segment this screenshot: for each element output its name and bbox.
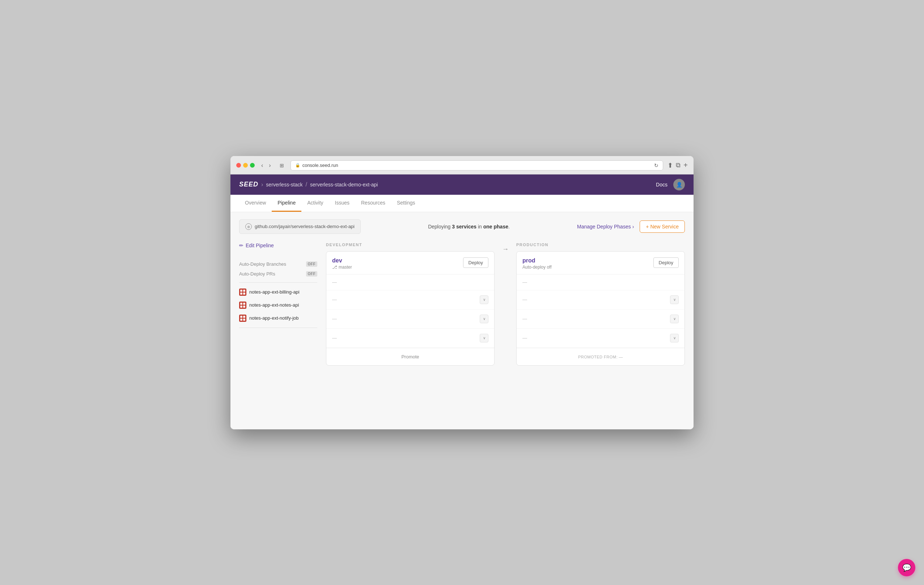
forward-button[interactable]: › xyxy=(267,162,273,169)
service-notes-label: notes-app-ext-notes-api xyxy=(249,302,299,308)
deploy-info: Deploying 3 services in one phase. xyxy=(366,224,571,230)
sidebar: ✏ Edit Pipeline Auto-Deploy Branches OFF… xyxy=(239,243,326,365)
docs-link[interactable]: Docs xyxy=(656,182,668,188)
svg-rect-12 xyxy=(239,315,246,322)
sidebar-service-billing-api[interactable]: notes-app-ext-billing-api xyxy=(239,289,317,296)
lock-icon: 🔒 xyxy=(295,163,300,168)
share-button[interactable]: ⬆ xyxy=(668,162,673,169)
service-billing-label: notes-app-ext-billing-api xyxy=(249,289,300,295)
stage-arrow: → xyxy=(495,243,516,253)
dev-service-dash-3: — xyxy=(332,335,337,340)
svg-rect-2 xyxy=(239,289,246,296)
service-icon-notes xyxy=(239,302,246,309)
prod-service-dash-0: — xyxy=(522,279,527,285)
prod-service-row-3: — ∨ xyxy=(516,329,685,348)
repo-url: github.com/jayair/serverless-stack-demo-… xyxy=(255,224,355,229)
sidebar-service-notify-job[interactable]: notes-app-ext-notify-job xyxy=(239,315,317,322)
dev-service-dash-0: — xyxy=(332,279,337,285)
dev-service-dash-2: — xyxy=(332,316,337,321)
dev-service-row-2: — ∨ xyxy=(326,309,494,329)
svg-rect-4 xyxy=(243,289,245,292)
breadcrumb-separator-1: › xyxy=(261,181,263,188)
svg-rect-6 xyxy=(243,292,245,295)
new-tab-button[interactable]: + xyxy=(683,161,688,169)
main-content: ⊕ github.com/jayair/serverless-stack-dem… xyxy=(231,212,693,429)
tab-pipeline[interactable]: Pipeline xyxy=(272,195,301,212)
dev-service-dash-1: — xyxy=(332,297,337,302)
traffic-light-green[interactable] xyxy=(250,163,255,168)
prod-service-dash-2: — xyxy=(522,316,527,321)
svg-rect-16 xyxy=(243,319,245,321)
dev-promote-button[interactable]: Promote xyxy=(401,354,419,359)
nav-tabs: Overview Pipeline Activity Issues Resour… xyxy=(231,195,693,212)
auto-deploy-branches-label: Auto-Deploy Branches xyxy=(239,261,286,267)
chat-bubble-button[interactable]: 💬 xyxy=(898,559,915,576)
github-icon: ⊕ xyxy=(245,223,252,230)
sidebar-divider xyxy=(239,283,317,283)
dev-service-row-1: — ∨ xyxy=(326,290,494,309)
duplicate-button[interactable]: ⧉ xyxy=(676,162,680,169)
tab-activity[interactable]: Activity xyxy=(301,195,329,212)
traffic-light-red[interactable] xyxy=(236,163,241,168)
app-header: SEED › serverless-stack / serverless-sta… xyxy=(231,175,693,195)
svg-rect-15 xyxy=(240,319,243,321)
manage-deploy-phases-button[interactable]: Manage Deploy Phases › xyxy=(577,224,634,230)
svg-rect-8 xyxy=(240,302,243,305)
breadcrumb-org[interactable]: serverless-stack xyxy=(266,182,302,188)
traffic-light-yellow[interactable] xyxy=(243,163,248,168)
svg-rect-11 xyxy=(243,306,245,308)
repo-badge: ⊕ github.com/jayair/serverless-stack-dem… xyxy=(239,220,361,234)
dev-stage-name[interactable]: dev xyxy=(332,258,352,264)
production-stage-card: prod Auto-deploy off Deploy — — xyxy=(516,251,685,365)
prod-stage-name[interactable]: prod xyxy=(522,258,552,264)
sidebar-service-notes-api[interactable]: notes-app-ext-notes-api xyxy=(239,302,317,309)
development-stage-column: DEVELOPMENT dev ⎇ master Deploy xyxy=(326,243,495,365)
branch-icon: ⎇ xyxy=(332,264,337,270)
service-notify-label: notes-app-ext-notify-job xyxy=(249,315,299,321)
tab-resources[interactable]: Resources xyxy=(355,195,391,212)
manage-phases-arrow: › xyxy=(632,224,634,230)
tab-settings[interactable]: Settings xyxy=(391,195,421,212)
tab-issues[interactable]: Issues xyxy=(329,195,355,212)
dev-deploy-button[interactable]: Deploy xyxy=(463,258,488,268)
prod-stage-branch: Auto-deploy off xyxy=(522,264,552,270)
arrow-icon: → xyxy=(502,245,509,253)
breadcrumb-app[interactable]: serverless-stack-demo-ext-api xyxy=(310,182,378,188)
edit-pipeline-label: Edit Pipeline xyxy=(246,243,274,248)
chat-icon: 💬 xyxy=(902,563,911,572)
dev-service-dropdown-1[interactable]: ∨ xyxy=(480,296,488,304)
pipeline-layout: ✏ Edit Pipeline Auto-Deploy Branches OFF… xyxy=(239,243,685,365)
avatar[interactable]: 👤 xyxy=(673,179,685,190)
back-button[interactable]: ‹ xyxy=(259,162,265,169)
refresh-button[interactable]: ↻ xyxy=(654,162,658,169)
svg-rect-3 xyxy=(240,289,243,292)
app-logo[interactable]: SEED xyxy=(239,181,258,188)
manage-phases-label: Manage Deploy Phases xyxy=(577,224,631,230)
prod-service-row-2: — ∨ xyxy=(516,309,685,329)
svg-rect-10 xyxy=(240,306,243,308)
deploy-phase: one phase xyxy=(483,224,508,230)
tab-overview[interactable]: Overview xyxy=(239,195,272,212)
deploy-count: 3 services xyxy=(452,224,477,230)
prod-deploy-button[interactable]: Deploy xyxy=(653,258,679,268)
prod-service-dropdown-2[interactable]: ∨ xyxy=(670,315,679,323)
edit-pipeline-link[interactable]: ✏ Edit Pipeline xyxy=(239,243,317,254)
production-stage-column: PRODUCTION prod Auto-deploy off Deploy xyxy=(516,243,685,365)
sidebar-divider-2 xyxy=(239,327,317,328)
deploy-text-prefix: Deploying xyxy=(428,224,450,230)
dev-service-dropdown-2[interactable]: ∨ xyxy=(480,315,488,323)
development-stage-card: dev ⎇ master Deploy — xyxy=(326,251,495,365)
dev-service-dropdown-3[interactable]: ∨ xyxy=(480,334,488,342)
dev-service-row-3: — ∨ xyxy=(326,329,494,348)
breadcrumb-separator-2: / xyxy=(306,181,307,188)
service-icon-billing xyxy=(239,289,246,296)
prod-service-dropdown-1[interactable]: ∨ xyxy=(670,296,679,304)
prod-promoted-label: PROMOTED FROM: — xyxy=(578,355,623,359)
prod-service-dropdown-3[interactable]: ∨ xyxy=(670,334,679,342)
dev-stage-footer: Promote xyxy=(326,348,494,365)
dev-card-header: dev ⎇ master Deploy xyxy=(326,251,494,274)
stages-area: DEVELOPMENT dev ⎇ master Deploy xyxy=(326,243,685,365)
new-service-button[interactable]: + New Service xyxy=(640,220,685,233)
svg-rect-5 xyxy=(240,292,243,295)
window-toggle-button[interactable]: ⊞ xyxy=(277,162,286,169)
